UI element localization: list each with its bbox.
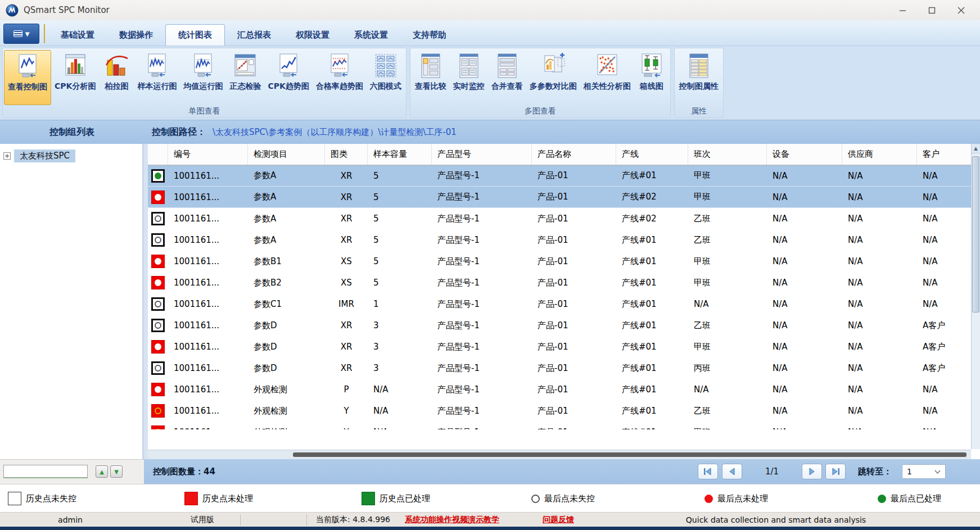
scroll-up-icon[interactable]: ▲	[972, 144, 980, 153]
cell: 产品-01	[532, 293, 616, 315]
spin-up-button[interactable]: ▲	[96, 465, 108, 478]
column-header-7[interactable]: 班次	[688, 144, 767, 165]
ribbon-button-control-chart[interactable]: 查看控制图	[4, 50, 51, 105]
column-header-0[interactable]: 编号	[168, 144, 248, 165]
table-row-1[interactable]: 1001161...参数AXR5产品型号-1产品-01产线#02甲班N/AN/A…	[148, 187, 980, 208]
cell: N/A	[842, 272, 917, 293]
tree-search-input[interactable]	[3, 465, 88, 478]
page-jump-select[interactable]: 1	[902, 464, 946, 479]
tab-summary-reports[interactable]: 汇总报表	[225, 24, 283, 46]
ribbon-button-cpk-analysis[interactable]: CPK分析图	[51, 50, 99, 105]
close-button[interactable]	[946, 0, 976, 20]
table-row-3[interactable]: 1001161...参数AXR5产品型号-1产品-01产线#01乙班N/AN/A…	[148, 229, 980, 251]
ribbon-button-realtime-monitor[interactable]: 实时监控	[450, 50, 488, 105]
video-tutorial-link[interactable]: 系统功能操作视频演示教学	[405, 515, 499, 525]
column-header-9[interactable]: 供应商	[842, 144, 917, 165]
table-row-12[interactable]: 1001161外观检测YN/A产品型号-1产品-01产线#01甲班N/AN/AN…	[148, 422, 980, 429]
spin-down-button[interactable]: ▼	[110, 465, 123, 478]
ribbon-button-label: CPK趋势图	[268, 81, 309, 92]
cell: N/A	[842, 165, 917, 186]
cell: 产品型号-1	[432, 208, 532, 229]
cell: 外观检测	[248, 400, 325, 422]
cell: 产品-01	[532, 422, 616, 429]
column-header-1[interactable]: 检测项目	[248, 144, 325, 165]
tab-basic-settings[interactable]: 基础设置	[48, 24, 107, 46]
ribbon-button-merge-view[interactable]: 合并查看	[488, 50, 526, 105]
cell: 产品-01	[532, 315, 616, 336]
table-row-10[interactable]: 1001161...外观检测PN/A产品型号-1产品-01产线#01N/AN/A…	[148, 379, 980, 400]
horizontal-scrollbar[interactable]	[148, 450, 971, 459]
ribbon-button-correlation-analysis[interactable]: 相关性分析图	[580, 50, 634, 105]
ribbon-button-normality-test[interactable]: 正态检验	[226, 50, 264, 105]
last-page-button[interactable]	[825, 464, 846, 479]
cell: 乙班	[688, 315, 767, 336]
cell: N/A	[688, 293, 767, 315]
column-header-5[interactable]: 产品名称	[532, 144, 616, 165]
legend-item-3: 最后点未失控	[531, 484, 595, 513]
row-status-cell	[148, 272, 168, 293]
ribbon-button-chart-properties[interactable]: 控制图属性	[676, 50, 722, 105]
page-indicator: 1/1	[765, 459, 779, 484]
vertical-scrollbar[interactable]: ▲	[971, 144, 980, 449]
chart-properties-icon	[685, 51, 713, 80]
tab-statistic-charts[interactable]: 统计图表	[165, 24, 225, 46]
pagination-bar: 控制图数量：44 1/1 跳转至： 1	[144, 459, 980, 484]
ribbon-button-label: 样本运行图	[137, 81, 177, 92]
table-row-8[interactable]: 1001161...参数DXR3产品型号-1产品-01产线#01甲班N/AN/A…	[148, 336, 980, 357]
ribbon-button-label: 柏拉图	[105, 81, 128, 92]
column-header-8[interactable]: 设备	[767, 144, 842, 165]
column-header-4[interactable]: 产品型号	[432, 144, 532, 165]
cell: 3	[368, 315, 432, 336]
title-bar: QSmart SPC Monitor	[0, 0, 980, 20]
tree-expander-icon[interactable]: +	[3, 152, 11, 160]
ribbon-button-multi-param-compare[interactable]: 多参数对比图	[526, 50, 580, 105]
app-menu-button[interactable]: ▼	[3, 24, 39, 44]
ribbon-button-view-compare[interactable]: 查看比较	[412, 50, 450, 105]
table-row-0[interactable]: 1001161...参数AXR5产品型号-1产品-01产线#01甲班N/AN/A…	[148, 165, 980, 187]
row-status-cell	[148, 187, 168, 207]
table-row-6[interactable]: 1001161...参数C1IMR1产品型号-1产品-01产线#01N/AN/A…	[148, 293, 980, 315]
minimize-button[interactable]	[888, 0, 917, 20]
ribbon-group-1: 查看比较实时监控合并查看多参数对比图相关性分析图箱线图多图查看	[410, 48, 671, 118]
table-row-9[interactable]: 1001161...参数DXR3产品型号-1产品-01产线#01丙班N/AN/A…	[148, 357, 980, 379]
maximize-button[interactable]	[917, 0, 946, 20]
feedback-link[interactable]: 问题反馈	[543, 515, 574, 525]
cell: N/A	[842, 251, 917, 272]
ribbon-button-boxplot[interactable]: 箱线图	[634, 50, 669, 105]
cell: 1001161...	[168, 208, 248, 229]
ribbon-button-cpk-trend[interactable]: CPK趋势图	[264, 50, 312, 105]
tab-system-settings[interactable]: 系统设置	[342, 24, 400, 46]
column-header-6[interactable]: 产线	[616, 144, 688, 165]
tab-data-operations[interactable]: 数据操作	[107, 24, 165, 46]
tab-permission-settings[interactable]: 权限设置	[283, 24, 342, 46]
prev-page-button[interactable]	[722, 464, 742, 479]
column-header-2[interactable]: 图类	[325, 144, 368, 165]
ribbon-button-sample-run-chart[interactable]: 样本运行图	[134, 50, 180, 105]
ribbon-button-pass-rate-trend[interactable]: 合格率趋势图	[313, 50, 367, 105]
vertical-scrollbar-thumb[interactable]	[972, 156, 979, 312]
cell: XR	[325, 336, 368, 357]
panel-header-band: 控制组列表 控制图路径： \太友科技SPC\参考案例（以工序顺序构建）\计量型检…	[0, 120, 980, 144]
ribbon-button-pareto[interactable]: 柏拉图	[99, 50, 134, 105]
table-row-2[interactable]: 1001161...参数AXR5产品型号-1产品-01产线#02乙班N/AN/A…	[148, 208, 980, 229]
row-status-cell	[148, 208, 168, 229]
pareto-icon	[102, 51, 130, 80]
cell: N/A	[767, 229, 842, 251]
table-row-5[interactable]: 1001161...参数B2XS5产品型号-1产品-01产线#01甲班N/AN/…	[148, 272, 980, 293]
horizontal-scrollbar-thumb[interactable]	[293, 452, 967, 457]
table-row-7[interactable]: 1001161...参数DXR3产品型号-1产品-01产线#01乙班N/AN/A…	[148, 315, 980, 336]
cell: N/A	[767, 336, 842, 357]
tab-support-help[interactable]: 支持帮助	[400, 24, 459, 46]
first-page-button[interactable]	[698, 464, 718, 479]
cell: Y	[325, 400, 368, 422]
tree-item-root[interactable]: + 太友科技SPC	[0, 148, 142, 163]
tree-root-label[interactable]: 太友科技SPC	[14, 150, 75, 162]
cell: 参数B1	[248, 251, 325, 272]
ribbon-button-six-chart-mode[interactable]: 六图模式	[367, 50, 405, 105]
next-page-button[interactable]	[802, 464, 822, 479]
cell: N/A	[767, 251, 842, 272]
ribbon-button-mean-run-chart[interactable]: 均值运行图	[180, 50, 226, 105]
column-header-3[interactable]: 样本容量	[368, 144, 432, 165]
table-row-4[interactable]: 1001161...参数B1XS5产品型号-1产品-01产线#01甲班N/AN/…	[148, 251, 980, 272]
table-row-11[interactable]: 1001161...外观检测YN/A产品型号-1产品-01产线#01乙班N/AN…	[148, 400, 980, 422]
